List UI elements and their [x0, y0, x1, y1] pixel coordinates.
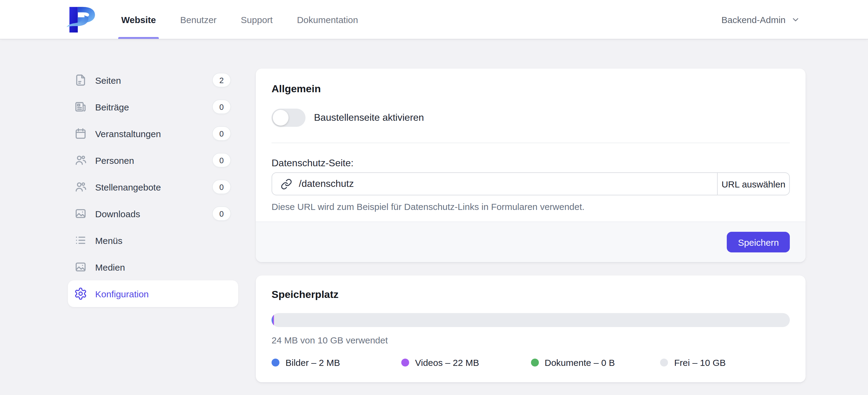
- legend-item: Bilder – 2 MB: [272, 357, 401, 368]
- storage-usage-text: 24 MB von 10 GB verwendet: [272, 335, 790, 345]
- nav-item-label: Benutzer: [180, 14, 217, 25]
- sidebar-item-label: Veranstaltungen: [95, 128, 161, 139]
- legend-dot: [531, 359, 538, 366]
- sidebar: Seiten 2 Beiträge 0 Veranstaltungen 0 Pe…: [68, 67, 238, 307]
- privacy-page-label: Datenschutz-Seite:: [272, 158, 790, 169]
- image-icon: [74, 207, 87, 220]
- storage-progress-bar: [272, 313, 790, 327]
- tab-website[interactable]: Website: [121, 0, 156, 39]
- privacy-help-text: Diese URL wird zum Beispiel für Datensch…: [272, 201, 790, 212]
- legend-dot: [660, 359, 668, 366]
- sidebar-item-personen[interactable]: Personen 0: [68, 147, 238, 173]
- choose-url-button[interactable]: URL auswählen: [717, 172, 790, 195]
- sidebar-item-label: Konfiguration: [95, 288, 149, 299]
- count-badge: 0: [212, 179, 231, 194]
- app-logo[interactable]: [65, 5, 97, 34]
- nav-item-label: Website: [121, 14, 156, 25]
- image-icon: [74, 260, 87, 274]
- storage-legend: Bilder – 2 MB Videos – 22 MB Dokumente –…: [272, 357, 790, 368]
- general-card-body: Allgemein Baustellenseite aktivieren Dat…: [256, 68, 806, 222]
- construction-mode-toggle[interactable]: [272, 109, 306, 127]
- privacy-url-input[interactable]: [299, 178, 709, 189]
- legend-item: Frei – 10 GB: [660, 357, 790, 368]
- sidebar-item-label: Medien: [95, 262, 125, 272]
- sidebar-item-konfiguration[interactable]: Konfiguration: [68, 280, 238, 307]
- sidebar-item-label: Menüs: [95, 235, 122, 246]
- storage-card-body: Speicherplatz 24 MB von 10 GB verwendet …: [256, 276, 806, 382]
- user-menu[interactable]: Backend-Admin: [721, 14, 800, 25]
- file-icon: [74, 74, 87, 87]
- storage-card-title: Speicherplatz: [272, 289, 790, 301]
- sidebar-item-beitrage[interactable]: Beiträge 0: [68, 93, 238, 120]
- nav-item-label: Dokumentation: [297, 14, 358, 25]
- newspaper-icon: [74, 100, 87, 113]
- link-icon: [281, 178, 292, 190]
- legend-dot: [272, 359, 279, 366]
- general-card: Allgemein Baustellenseite aktivieren Dat…: [256, 68, 806, 262]
- sidebar-item-seiten[interactable]: Seiten 2: [68, 67, 238, 93]
- legend-dot: [401, 359, 409, 366]
- legend-item: Videos – 22 MB: [401, 357, 531, 368]
- legend-label: Bilder – 2 MB: [285, 357, 340, 368]
- users-icon: [74, 153, 87, 167]
- sidebar-item-label: Seiten: [95, 75, 121, 85]
- privacy-url-group: URL auswählen: [272, 172, 790, 195]
- storage-card: Speicherplatz 24 MB von 10 GB verwendet …: [256, 276, 806, 382]
- sidebar-item-medien[interactable]: Medien: [68, 254, 238, 280]
- sidebar-item-label: Stellenangebote: [95, 182, 161, 192]
- p-logo-icon: [65, 5, 97, 34]
- chevron-down-icon: [791, 15, 800, 24]
- tab-dokumentation[interactable]: Dokumentation: [297, 0, 358, 39]
- main-content: Allgemein Baustellenseite aktivieren Dat…: [256, 68, 806, 382]
- list-icon: [74, 234, 87, 247]
- count-badge: 0: [212, 206, 231, 221]
- count-badge: 2: [212, 73, 231, 87]
- main-nav: WebsiteBenutzerSupportDokumentation: [121, 0, 358, 39]
- header: WebsiteBenutzerSupportDokumentation Back…: [0, 0, 868, 39]
- general-card-footer: Speichern: [256, 222, 806, 262]
- tab-support[interactable]: Support: [241, 0, 273, 39]
- sidebar-item-veranstaltungen[interactable]: Veranstaltungen 0: [68, 120, 238, 147]
- users-icon: [74, 180, 87, 194]
- page: WebsiteBenutzerSupportDokumentation Back…: [0, 0, 868, 395]
- sidebar-item-stellenangebote[interactable]: Stellenangebote 0: [68, 173, 238, 200]
- legend-label: Dokumente – 0 B: [545, 357, 615, 368]
- tab-benutzer[interactable]: Benutzer: [180, 0, 217, 39]
- legend-item: Dokumente – 0 B: [531, 357, 660, 368]
- sidebar-item-menus[interactable]: Menüs: [68, 227, 238, 254]
- construction-toggle-label: Baustellenseite aktivieren: [314, 112, 424, 123]
- general-card-title: Allgemein: [272, 83, 790, 95]
- calendar-icon: [74, 127, 87, 140]
- count-badge: 0: [212, 100, 231, 114]
- storage-segment-videos: [273, 313, 274, 327]
- toggle-knob: [273, 110, 288, 125]
- count-badge: 0: [212, 153, 231, 167]
- sidebar-item-label: Beiträge: [95, 102, 129, 112]
- sidebar-item-label: Personen: [95, 155, 134, 165]
- legend-label: Videos – 22 MB: [415, 357, 479, 368]
- user-menu-label: Backend-Admin: [721, 14, 785, 25]
- save-button[interactable]: Speichern: [727, 232, 790, 252]
- construction-toggle-row: Baustellenseite aktivieren: [272, 109, 790, 127]
- sidebar-item-downloads[interactable]: Downloads 0: [68, 200, 238, 227]
- privacy-url-input-wrap: [272, 172, 718, 195]
- nav-item-label: Support: [241, 14, 273, 25]
- count-badge: 0: [212, 126, 231, 141]
- section-divider: [272, 143, 790, 143]
- legend-label: Frei – 10 GB: [674, 357, 726, 368]
- sidebar-item-label: Downloads: [95, 208, 140, 219]
- gear-icon: [74, 287, 87, 300]
